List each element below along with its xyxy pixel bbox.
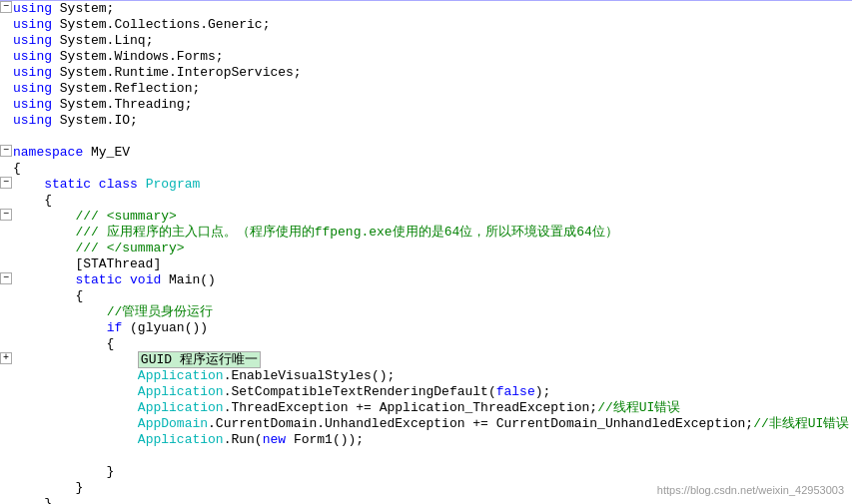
collapse-icon[interactable]: − — [0, 209, 12, 221]
token-cyan: Application — [138, 432, 224, 447]
code-line: Application.ThreadException += Applicati… — [0, 400, 852, 416]
line-content: namespace My_EV — [13, 145, 852, 161]
code-line: //管理员身份运行 — [0, 304, 852, 320]
collapse-icon[interactable]: − — [0, 145, 12, 157]
token-plain — [13, 304, 107, 319]
code-line: Application.SetCompatibleTextRenderingDe… — [0, 384, 852, 400]
line-content: using System.IO; — [13, 113, 852, 129]
code-line: Application.EnableVisualStyles(); — [0, 368, 852, 384]
collapse-icon[interactable]: − — [0, 177, 12, 189]
line-content: Application.SetCompatibleTextRenderingDe… — [13, 384, 852, 400]
code-line: − /// <summary> — [0, 209, 852, 225]
line-content: { — [13, 336, 852, 352]
token-plain: } — [13, 496, 52, 504]
token-plain — [138, 177, 146, 192]
line-content: //管理员身份运行 — [13, 304, 852, 320]
token-kw: if — [107, 320, 123, 335]
line-content: { — [13, 193, 852, 209]
collapse-icon[interactable]: − — [0, 272, 12, 284]
line-content — [13, 129, 852, 145]
token-plain — [13, 225, 75, 240]
line-content: { — [13, 161, 852, 177]
token-plain: .Run( — [224, 432, 263, 447]
line-content: /// </summary> — [13, 241, 852, 256]
token-plain: Main() — [161, 272, 216, 287]
code-line: using System.Collections.Generic; — [0, 17, 852, 33]
token-plain — [91, 177, 99, 192]
line-content: [STAThread] — [13, 256, 852, 272]
code-line — [0, 448, 852, 464]
token-comment: /// <summary> — [75, 209, 176, 224]
token-plain — [13, 177, 44, 192]
token-plain — [13, 320, 107, 335]
line-content: using System.Linq; — [13, 33, 852, 49]
line-content: using System.Collections.Generic; — [13, 17, 852, 33]
token-plain: .ThreadException += Application_ThreadEx… — [224, 400, 597, 415]
token-plain: .EnableVisualStyles(); — [224, 368, 396, 383]
code-line: using System.Reflection; — [0, 81, 852, 97]
line-content: using System.Threading; — [13, 97, 852, 113]
token-plain — [13, 432, 138, 447]
token-plain — [13, 400, 138, 415]
code-line: AppDomain.CurrentDomain.UnhandledExcepti… — [0, 416, 852, 432]
line-content: /// <summary> — [13, 209, 852, 225]
code-line: −namespace My_EV — [0, 145, 852, 161]
token-cyan: Application — [138, 400, 224, 415]
token-plain: [STAThread] — [13, 256, 161, 271]
code-line: /// 应用程序的主入口点。（程序使用的ffpeng.exe使用的是64位，所以… — [0, 225, 852, 241]
token-plain — [13, 241, 75, 255]
token-plain — [13, 352, 138, 367]
line-content — [13, 448, 852, 464]
code-line: { — [0, 336, 852, 352]
token-kw: void — [130, 272, 161, 287]
code-line: { — [0, 288, 852, 304]
token-plain: Form1()); — [286, 432, 364, 447]
token-kw: namespace — [13, 145, 83, 160]
token-plain — [122, 272, 130, 287]
code-line: − static class Program — [0, 177, 852, 193]
token-plain: System.Threading; — [52, 97, 192, 112]
line-content: AppDomain.CurrentDomain.UnhandledExcepti… — [13, 416, 852, 432]
token-comment: /// 应用程序的主入口点。（程序使用的ffpeng.exe使用的是64位，所以… — [75, 225, 617, 240]
token-plain: { — [13, 193, 52, 208]
line-content: } — [13, 464, 852, 480]
token-cyan: Application — [138, 368, 224, 383]
token-plain: System.Windows.Forms; — [52, 49, 224, 64]
code-line: Application.Run(new Form1()); — [0, 432, 852, 448]
token-plain: System.Collections.Generic; — [52, 17, 270, 32]
code-line: /// </summary> — [0, 241, 852, 256]
token-cyan: Program — [146, 177, 201, 192]
token-plain: System.IO; — [52, 113, 138, 128]
token-plain: System.Linq; — [52, 33, 153, 48]
token-plain: { — [13, 161, 21, 176]
collapse-icon[interactable]: − — [0, 1, 12, 13]
token-kw: using — [13, 97, 52, 112]
line-content: Application.Run(new Form1()); — [13, 432, 852, 448]
expand-icon[interactable]: + — [0, 352, 12, 364]
token-kw: false — [496, 384, 535, 399]
line-content: Application.ThreadException += Applicati… — [13, 400, 852, 416]
token-kw: static — [44, 177, 91, 192]
line-content: } — [13, 496, 852, 504]
token-comment: //管理员身份运行 — [107, 304, 214, 319]
line-content: using System.Reflection; — [13, 81, 852, 97]
token-kw: using — [13, 81, 52, 96]
line-content: using System.Runtime.InteropServices; — [13, 65, 852, 81]
token-plain: System.Reflection; — [52, 81, 200, 96]
line-content: /// 应用程序的主入口点。（程序使用的ffpeng.exe使用的是64位，所以… — [13, 225, 852, 241]
code-line: + GUID 程序运行唯一 — [0, 352, 852, 368]
token-kw: using — [13, 49, 52, 64]
token-plain: ); — [535, 384, 551, 399]
token-comment: //非线程UI错误 — [753, 416, 849, 431]
token-kw: static — [75, 272, 122, 287]
token-kw: using — [13, 1, 52, 16]
code-line: −using System; — [0, 1, 852, 17]
token-kw: using — [13, 17, 52, 32]
token-cyan: Application — [138, 384, 224, 399]
token-plain: .CurrentDomain.UnhandledException += Cur… — [208, 416, 753, 431]
token-kw: using — [13, 113, 52, 128]
line-content: Application.EnableVisualStyles(); — [13, 368, 852, 384]
token-comment: //线程UI错误 — [597, 400, 680, 415]
token-plain: { — [13, 336, 114, 351]
line-content: static class Program — [13, 177, 852, 193]
